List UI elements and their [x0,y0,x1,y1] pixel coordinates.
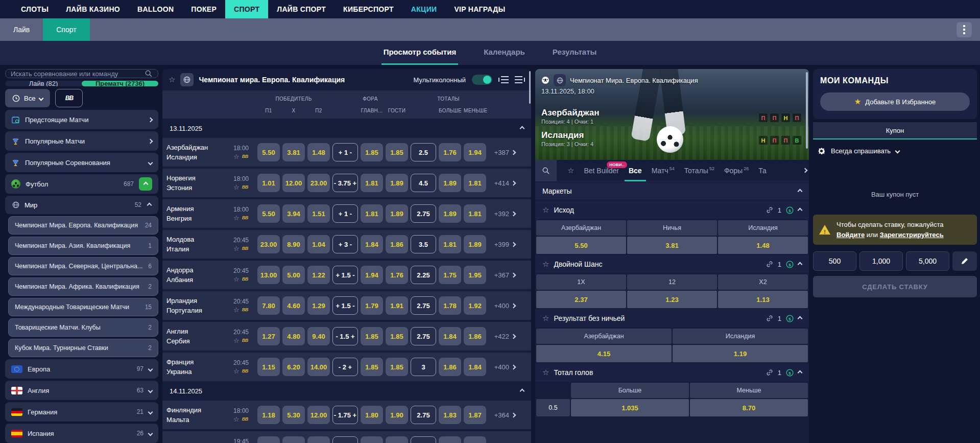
odds-button-handicap-home[interactable]: 1.85 [361,358,383,376]
odds-button-handicap-away[interactable]: 1.85 [386,143,408,161]
odds-button-x[interactable]: 8.90 [282,235,305,253]
favorite-star-icon[interactable]: ☆ [233,214,240,222]
odds-button[interactable]: 1.48 [718,237,808,254]
collapse-football-button[interactable] [139,177,152,191]
tab-coupon[interactable]: Купон [813,122,977,139]
nav-item-live-sport[interactable]: ЛАЙВ СПОРТ [268,0,334,18]
handicap-line-button[interactable]: - 3.75 + [332,174,358,192]
search-input[interactable] [11,70,145,78]
odds-button-p1[interactable]: 23.00 [257,235,280,253]
odds-button-handicap-home[interactable]: 1.81 [361,204,383,223]
odds-button-handicap-home[interactable]: 1.79 [361,296,383,315]
market-search-button[interactable] [535,160,557,181]
favorite-star-icon[interactable]: ☆ [542,314,549,323]
market-header[interactable]: ☆ Исход 1 $ [535,201,809,219]
chevron-right-icon[interactable] [511,412,516,417]
match-row[interactable]: Англия Сербия 20:45 ☆BB 1.27 4.80 9.40 -… [162,322,531,351]
bet-builder-icon[interactable]: BB [242,338,248,343]
nav-item-poker[interactable]: ПОКЕР [182,0,225,18]
odds-button-under[interactable]: 1.87 [464,406,486,424]
odds-button-p2[interactable]: 9.40 [307,327,330,345]
chevron-right-icon[interactable] [511,242,516,247]
compact-view-icon[interactable] [515,76,525,83]
match-row[interactable]: Финляндия Мальта 18:00 ☆BB 1.18 5.30 12.… [162,401,531,429]
total-line-button[interactable]: 2.75 [411,327,436,345]
bet-builder-icon[interactable]: BB [242,246,248,251]
subtab-live[interactable]: Лайв [0,18,43,41]
total-line-button[interactable] [411,436,436,443]
nav-item-slots[interactable]: СЛОТЫ [12,0,57,18]
odds-button-handicap-away[interactable]: 1.86 [386,235,408,253]
odds-button-handicap-away[interactable]: 1.85 [386,358,408,376]
handicap-line-button[interactable]: + 1 - [332,143,358,161]
odds-button-handicap-away[interactable]: 1.89 [386,174,408,192]
odds-button-p1[interactable]: 13.00 [257,266,280,284]
odds-button-p1[interactable]: 5.50 [257,204,280,223]
odds-button-x[interactable]: 3.94 [282,204,305,223]
odds-button-p2[interactable]: 1.04 [307,235,330,253]
odds-button-over[interactable]: 1.84 [439,327,461,345]
tab-results[interactable]: Результаты [551,48,599,65]
odds-button-x[interactable] [282,436,305,443]
favorite-star-icon[interactable]: ☆ [542,260,549,269]
odds-button-p2[interactable]: 1.29 [307,296,330,315]
favorite-star-icon[interactable]: ☆ [233,367,240,375]
odds-button-under[interactable] [464,436,486,443]
market-header[interactable]: ☆ Двойной Шанс 1 $ [535,255,809,273]
total-line-button[interactable]: 2.75 [411,296,436,315]
sidebar-item-spain[interactable]: Испания 26 [5,424,158,443]
tab-event-view[interactable]: Просмотр события [381,48,459,65]
odds-button-p2[interactable]: 14.00 [307,358,330,376]
odds-button-over[interactable]: 1.75 [439,266,461,284]
odds-button-under[interactable]: 1.89 [464,235,486,253]
chevron-up-icon[interactable] [798,207,803,213]
favorite-star-icon[interactable]: ☆ [233,306,240,314]
more-markets-count[interactable]: +367 [489,271,509,279]
odds-button[interactable]: 1.13 [718,291,808,308]
bet-builder-icon[interactable]: BB [242,416,248,422]
chevron-right-icon[interactable] [803,168,808,173]
odds-button[interactable]: 4.15 [536,345,672,362]
handicap-line-button[interactable]: + 3 - [332,235,358,253]
odds-button-p2[interactable]: 1.48 [307,143,330,161]
sidebar-item-upcoming-matches[interactable]: Предстоящие Матчи [5,110,158,129]
favorite-star-icon[interactable]: ☆ [233,415,240,423]
odds-button-p1[interactable]: 7.80 [257,296,280,315]
odds-button-p2[interactable]: 1.22 [307,266,330,284]
odds-button[interactable]: 1.23 [627,291,717,308]
handicap-line-button[interactable]: - 1.5 + [332,327,358,345]
odds-button-p2[interactable]: 1.51 [307,204,330,223]
sidebar-item-germany[interactable]: Германия 21 [5,402,158,422]
odds-button-p2[interactable]: 23.00 [307,174,330,192]
odds-button-x[interactable]: 5.00 [282,266,305,284]
sidebar-item-europe[interactable]: Европа 97 [5,359,158,379]
chevron-right-icon[interactable] [511,150,516,155]
odds-button-handicap-away[interactable]: 1.85 [386,327,408,345]
odds-button-p2[interactable] [307,436,330,443]
tab-bet-builder[interactable]: Bet BuilderНОВИ.. [584,167,618,175]
scrollbar-thumb[interactable] [529,71,531,104]
add-favorite-button[interactable]: ★ Добавьте В Избранное [820,92,970,111]
total-line-button[interactable]: 3 [411,358,436,376]
odds-button-under[interactable]: 1.84 [464,358,486,376]
date-group-header[interactable]: 14.11.2025 [162,383,531,399]
odds-button-p1[interactable]: 5.50 [257,143,280,161]
more-markets-count[interactable]: +392 [489,210,509,218]
sidebar-item-world[interactable]: Мир 52 [5,196,158,214]
match-row[interactable]: Люксембург 19:45 ☆BB [162,431,531,443]
odds-button-over[interactable]: 1.76 [439,143,461,161]
total-line-button[interactable]: 2.5 [411,143,436,161]
odds-button-p1[interactable]: 1.27 [257,327,280,345]
scrollbar-thumb[interactable] [806,72,808,149]
total-line-button[interactable]: 4.5 [411,174,436,192]
list-view-icon[interactable] [498,76,509,83]
handicap-line-button[interactable]: - 2 + [332,358,358,376]
chevron-up-icon[interactable] [798,262,803,267]
nav-item-live-casino[interactable]: ЛАЙВ КАЗИНО [57,0,129,18]
sidebar-league-item[interactable]: Товарищеские Матчи. Клубы 2 [8,318,158,337]
odds-button-over[interactable]: 1.035 [571,399,689,416]
match-row[interactable]: Андорра Албания 20:45 ☆BB 13.00 5.00 1.2… [162,261,531,289]
odds-button-p1[interactable]: 1.18 [257,406,280,424]
handicap-line-button[interactable]: + 1.5 - [332,296,358,315]
subtab-sport[interactable]: Спорт [43,18,89,41]
